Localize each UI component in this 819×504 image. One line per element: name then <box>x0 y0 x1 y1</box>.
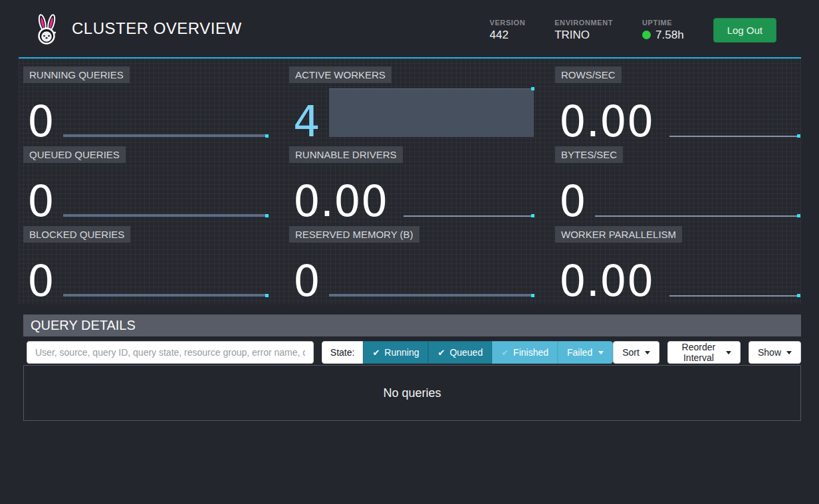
tile-value: 0 <box>293 260 320 303</box>
app-header: CLUSTER OVERVIEW VERSION 442 ENVIRONMENT… <box>19 0 801 59</box>
sparkline-dot-icon <box>797 214 800 217</box>
query-details-title: QUERY DETAILS <box>31 318 136 332</box>
sparkline-dot-icon <box>797 294 800 297</box>
environment-stat: ENVIRONMENT TRINO <box>554 19 613 42</box>
stat-tiles-grid: RUNNING QUERIES 0 ACTIVE WORKERS 4 ROWS/… <box>23 66 801 303</box>
version-label: VERSION <box>489 19 525 27</box>
tile-value: 0.00 <box>559 100 654 143</box>
tile-reserved-memory: RESERVED MEMORY (B) 0 <box>289 226 535 303</box>
query-details-header: QUERY DETAILS <box>23 315 801 336</box>
caret-down-icon <box>598 351 604 354</box>
tile-label: RESERVED MEMORY (B) <box>289 226 419 243</box>
tile-worker-parallelism: WORKER PARALLELISM 0.00 <box>555 226 801 303</box>
reorder-interval-dropdown-button[interactable]: Reorder Interval <box>667 341 741 364</box>
sparkline <box>669 88 800 137</box>
version-stat: VERSION 442 <box>489 19 525 42</box>
logout-button[interactable]: Log Out <box>713 18 776 43</box>
tile-bytes-per-sec: BYTES/SEC 0 <box>555 146 801 223</box>
tile-value: 0 <box>27 100 55 143</box>
tile-blocked-queries: BLOCKED QUERIES 0 <box>23 226 269 303</box>
tile-label: RUNNABLE DRIVERS <box>289 146 403 163</box>
query-details-toolbar: State: ✔ Running ✔ Queued ✔ Finished Fai… <box>23 341 801 364</box>
caret-down-icon <box>645 351 650 354</box>
sparkline-dot-icon <box>797 134 800 138</box>
page-title: CLUSTER OVERVIEW <box>72 19 242 38</box>
tile-value: 4 <box>293 100 320 143</box>
sparkline-dot-icon <box>531 294 534 297</box>
uptime-stat: UPTIME 7.58h <box>642 19 684 42</box>
environment-label: ENVIRONMENT <box>554 19 613 27</box>
tile-label: ACTIVE WORKERS <box>289 66 392 83</box>
caret-down-icon <box>786 351 792 354</box>
tile-queued-queries: QUEUED QUERIES 0 <box>23 146 269 223</box>
sparkline <box>63 88 268 137</box>
tile-rows-per-sec: ROWS/SEC 0.00 <box>555 66 801 143</box>
cluster-stats-section: RUNNING QUERIES 0 ACTIVE WORKERS 4 ROWS/… <box>19 59 801 305</box>
header-status-group: VERSION 442 ENVIRONMENT TRINO UPTIME 7.5… <box>489 15 801 43</box>
sparkline <box>63 248 268 297</box>
uptime-label: UPTIME <box>642 19 684 27</box>
tile-value: 0.00 <box>293 180 388 223</box>
tile-label: RUNNING QUERIES <box>23 66 130 83</box>
tile-label: BYTES/SEC <box>555 146 623 163</box>
sparkline <box>63 168 268 217</box>
sparkline-dot-icon <box>265 294 269 297</box>
state-filter-finished[interactable]: ✔ Finished <box>492 341 558 364</box>
sparkline <box>595 168 800 217</box>
trino-bunny-logo-icon <box>33 14 60 48</box>
caret-down-icon <box>726 351 731 354</box>
state-filter-group: State: ✔ Running ✔ Queued ✔ Finished Fai… <box>322 341 613 364</box>
tile-value: 0 <box>27 260 55 303</box>
state-filter-failed-dropdown[interactable]: Failed <box>558 341 613 364</box>
sort-dropdown-button[interactable]: Sort <box>613 341 659 364</box>
sparkline <box>329 88 534 137</box>
uptime-value: 7.58h <box>655 29 684 42</box>
tile-runnable-drivers: RUNNABLE DRIVERS 0.00 <box>289 146 535 223</box>
check-icon: ✔ <box>372 348 380 358</box>
sparkline <box>329 248 534 297</box>
environment-value: TRINO <box>554 29 613 42</box>
tile-label: QUEUED QUERIES <box>23 146 126 163</box>
tile-active-workers: ACTIVE WORKERS 4 <box>289 66 535 143</box>
query-list-empty-state: No queries <box>23 365 801 421</box>
state-filter-queued[interactable]: ✔ Queued <box>428 341 492 364</box>
tile-label: ROWS/SEC <box>555 66 622 83</box>
sparkline-dot-icon <box>265 134 269 138</box>
sparkline-dot-icon <box>265 214 269 217</box>
query-details-section: QUERY DETAILS State: ✔ Running ✔ Queued … <box>23 315 801 421</box>
tile-label: BLOCKED QUERIES <box>23 226 130 243</box>
sparkline-dot-icon <box>531 87 534 90</box>
state-filter-label: State: <box>322 341 364 364</box>
tile-label: WORKER PARALLELISM <box>555 226 682 243</box>
sparkline <box>404 168 534 217</box>
show-dropdown-button[interactable]: Show <box>749 341 801 364</box>
sparkline <box>669 248 800 297</box>
tile-value: 0 <box>559 180 586 223</box>
uptime-status-dot-icon <box>642 31 651 39</box>
tile-value: 0 <box>27 180 55 223</box>
uptime-value-row: 7.58h <box>642 29 684 42</box>
no-queries-message: No queries <box>383 386 441 400</box>
version-value: 442 <box>489 29 525 42</box>
state-filter-running[interactable]: ✔ Running <box>363 341 428 364</box>
toolbar-right-buttons: Sort Reorder Interval Show <box>613 341 801 364</box>
query-search-input[interactable] <box>27 341 314 364</box>
check-icon: ✔ <box>501 348 509 358</box>
tile-value: 0.00 <box>559 260 654 303</box>
tile-running-queries: RUNNING QUERIES 0 <box>23 66 269 143</box>
check-icon: ✔ <box>437 348 445 358</box>
sparkline-dot-icon <box>531 214 534 217</box>
